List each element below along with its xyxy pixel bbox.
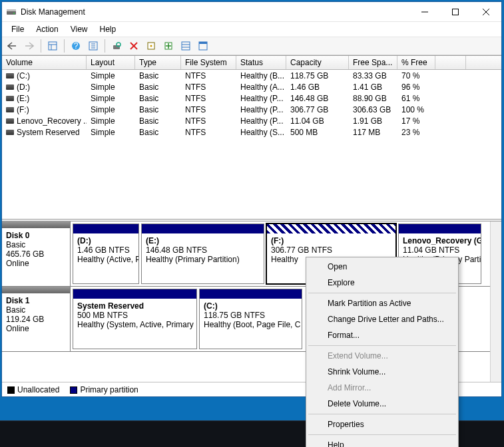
ctx-mark-active[interactable]: Mark Partition as Active (308, 295, 457, 311)
volume-icon (6, 130, 14, 135)
partition[interactable]: System Reserved500 MB NTFSHealthy (Syste… (73, 289, 197, 349)
partition-title: Lenovo_Recovery (G:) (403, 236, 481, 245)
svg-rect-1 (7, 9, 16, 11)
volume-icon (6, 118, 14, 124)
volume-name: (F:) (17, 105, 29, 114)
help-button[interactable]: ? (69, 39, 83, 53)
forward-button[interactable] (22, 39, 37, 53)
volume-icon (6, 107, 14, 112)
col-free[interactable]: Free Spa... (349, 56, 397, 69)
settings-button[interactable] (86, 39, 101, 53)
svg-point-21 (150, 45, 152, 47)
refresh-button[interactable] (109, 39, 124, 53)
maximize-button[interactable] (440, 2, 471, 22)
volume-row[interactable]: (D:)SimpleBasicNTFSHealthy (A...1.46 GB1… (2, 81, 501, 92)
ctx-extend-volume: Extend Volume... (308, 348, 457, 364)
svg-text:?: ? (74, 41, 79, 51)
menu-file[interactable]: File (6, 23, 29, 35)
partition-title: (D:) (77, 236, 91, 245)
partition-bar (267, 224, 395, 233)
menu-help[interactable]: Help (95, 23, 122, 35)
partition[interactable]: (C:)118.75 GB NTFSHealthy (Boot, Page Fi… (199, 289, 302, 349)
show-hide-tree-button[interactable] (45, 39, 60, 53)
disk-header[interactable]: Disk 0Basic465.76 GBOnline (2, 222, 71, 286)
svg-rect-7 (49, 42, 57, 50)
col-capacity[interactable]: Capacity (286, 56, 349, 69)
volume-name: (E:) (17, 94, 29, 103)
volume-name: System Reserved (17, 128, 80, 137)
volume-icon (6, 84, 14, 90)
partition-bar (200, 289, 302, 299)
menubar: File Action View Help (2, 22, 501, 37)
back-button[interactable] (5, 39, 19, 53)
action-button[interactable] (161, 39, 176, 53)
col-layout[interactable]: Layout (87, 56, 135, 69)
col-type[interactable]: Type (135, 56, 181, 69)
col-pct[interactable]: % Free (397, 56, 435, 69)
ctx-help[interactable]: Help (308, 437, 457, 447)
svg-point-2 (13, 13, 15, 14)
volume-row[interactable]: (C:)SimpleBasicNTFSHealthy (B...118.75 G… (2, 70, 501, 81)
partition-title: System Reserved (77, 301, 144, 311)
context-menu: Open Explore Mark Partition as Active Ch… (306, 257, 459, 447)
svg-rect-27 (199, 42, 207, 44)
ctx-properties[interactable]: Properties (308, 416, 457, 432)
toolbar: ? (2, 37, 501, 55)
volume-row[interactable]: Lenovo_Recovery ...SimpleBasicNTFSHealth… (2, 115, 501, 126)
volume-name: (D:) (17, 82, 30, 92)
partition-bar (399, 224, 481, 233)
volume-list-pane[interactable]: VolumeLayoutTypeFile SystemStatusCapacit… (2, 56, 501, 219)
ctx-format[interactable]: Format... (308, 327, 457, 343)
properties-button[interactable] (144, 39, 158, 53)
minimize-button[interactable] (409, 2, 440, 22)
menu-view[interactable]: View (65, 23, 93, 35)
volume-row[interactable]: (F:)SimpleBasicNTFSHealthy (P...306.77 G… (2, 104, 501, 115)
legend-primary: Primary partition (70, 385, 138, 394)
list-view-button[interactable] (178, 39, 193, 53)
ctx-add-mirror: Add Mirror... (308, 380, 457, 396)
disk-management-icon (6, 7, 17, 17)
partition-title: (C:) (204, 301, 218, 311)
disk-header[interactable]: Disk 1Basic119.24 GBOnline (2, 287, 71, 351)
disk-label: Disk 0 (6, 231, 29, 240)
legend-unallocated: Unallocated (7, 385, 59, 394)
volume-icon (6, 96, 14, 101)
close-button[interactable] (471, 2, 501, 22)
window-title: Disk Management (21, 7, 409, 17)
partition-title: (E:) (146, 236, 159, 245)
volume-name: (C:) (17, 71, 30, 80)
volume-row[interactable]: (E:)SimpleBasicNTFSHealthy (P...146.48 G… (2, 92, 501, 104)
graphical-view-button[interactable] (196, 39, 210, 53)
svg-rect-4 (453, 9, 459, 15)
volume-name: Lenovo_Recovery ... (17, 116, 87, 126)
partition[interactable]: (D:)1.46 GB NTFSHealthy (Active, P (73, 224, 139, 284)
disk-label: Disk 1 (6, 296, 29, 305)
volume-row[interactable]: System ReservedSimpleBasicNTFSHealthy (S… (2, 126, 501, 138)
ctx-shrink-volume[interactable]: Shrink Volume... (308, 364, 457, 380)
vertical-scrollbar[interactable] (490, 222, 501, 382)
ctx-explore[interactable]: Explore (308, 275, 457, 291)
volume-rows: (C:)SimpleBasicNTFSHealthy (B...118.75 G… (2, 70, 501, 138)
titlebar[interactable]: Disk Management (2, 2, 501, 22)
ctx-change-letter[interactable]: Change Drive Letter and Paths... (308, 311, 457, 327)
partition-bar (73, 224, 138, 233)
menu-action[interactable]: Action (31, 23, 63, 35)
col-fs[interactable]: File System (181, 56, 236, 69)
partition-bar (142, 224, 264, 233)
col-status[interactable]: Status (236, 56, 286, 69)
column-headers[interactable]: VolumeLayoutTypeFile SystemStatusCapacit… (2, 56, 501, 70)
col-volume[interactable]: Volume (2, 56, 87, 69)
partition-title: (F:) (271, 236, 284, 245)
partition-bar (73, 289, 196, 299)
ctx-open[interactable]: Open (308, 259, 457, 275)
volume-icon (6, 73, 14, 78)
col-tail[interactable] (435, 56, 466, 69)
ctx-delete-volume[interactable]: Delete Volume... (308, 396, 457, 412)
delete-button[interactable] (126, 39, 141, 53)
svg-rect-23 (182, 42, 190, 50)
partition[interactable]: (E:)146.48 GB NTFSHealthy (Primary Parti… (141, 224, 264, 284)
